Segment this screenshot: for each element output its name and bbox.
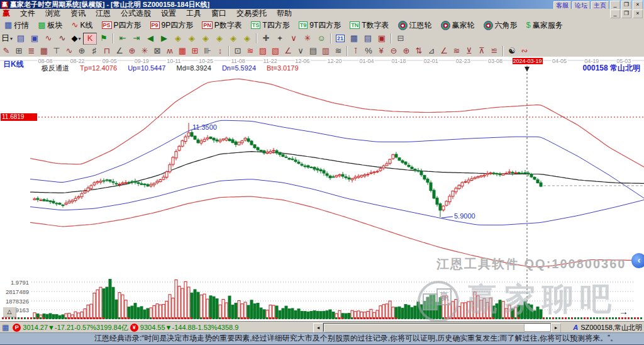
sz-index-icon[interactable]: ¥ (130, 324, 138, 332)
p-number-button[interactable]: PNP数字表 (198, 19, 246, 32)
wedge-tool[interactable]: ⊼ (475, 45, 488, 56)
forum-link[interactable]: 论坛 (572, 1, 590, 9)
trend-small-icon[interactable]: ∿ (42, 33, 55, 45)
gann-wheel-button[interactable]: 江恩轮 (394, 19, 436, 32)
waves-tool[interactable]: ≋ (450, 45, 463, 56)
menu-item-工具[interactable]: 工具 (181, 9, 206, 18)
red-box-tool[interactable]: ⊞ (189, 45, 201, 56)
winner-service-button[interactable]: $赢家服务 (523, 19, 567, 32)
expand-right-arrow[interactable]: → (619, 306, 628, 317)
infinity-tool[interactable]: ∾ (518, 45, 531, 56)
circle-minus-tool[interactable]: ⊖ (387, 45, 400, 56)
n2-tool[interactable]: ⊓ (101, 45, 113, 56)
volume-pane-toggle[interactable]: △ (3, 307, 16, 317)
quote-button[interactable]: ▦行情 (1, 19, 33, 32)
crosshair-tool[interactable]: + (273, 33, 287, 45)
plain-grid-tool[interactable]: ▤ (307, 45, 319, 56)
collapse-panel-button[interactable]: ‹ (631, 253, 644, 268)
menu-item-资讯[interactable]: 资讯 (65, 9, 91, 18)
child-restore-button[interactable]: ❐ (621, 9, 631, 18)
market-grid-icon[interactable]: ▦ (2, 323, 9, 332)
last-bar-button[interactable]: ⇥ (130, 33, 143, 45)
service-link[interactable]: 客服 (553, 1, 571, 9)
t9-square-button[interactable]: T99T四方形 (295, 19, 345, 32)
next-bar-button[interactable]: ▶ (157, 33, 171, 45)
box-line-tool[interactable]: ⊡ (231, 45, 244, 56)
menu-item-帮助[interactable]: 帮助 (272, 9, 297, 18)
zoom-in-h-button[interactable]: ◈ (199, 33, 213, 45)
calculator-icon[interactable]: ▦ (347, 33, 361, 45)
info-view-icon[interactable]: ▣ (28, 33, 42, 45)
arc-tool[interactable]: ⊕ (75, 45, 88, 56)
knot-tool[interactable]: ✳ (301, 33, 314, 45)
gann-square-tool[interactable]: ▦ (38, 45, 50, 56)
gann-grid-tool[interactable]: ⊞ (13, 45, 25, 56)
board-view-icon[interactable]: ▤ (14, 33, 28, 45)
swap-tool[interactable]: ⇅ (413, 45, 425, 56)
first-bar-button[interactable]: ⇤ (116, 33, 130, 45)
kline-toggle[interactable]: K (83, 33, 97, 45)
scroll-right-arrow[interactable]: ▸ (551, 323, 561, 333)
flag-mark-icon[interactable]: ⚑ (97, 33, 111, 45)
zoom-out-h-button[interactable]: ◈ (213, 33, 226, 45)
restore-button[interactable]: ❐ (621, 1, 631, 9)
t-square-button[interactable]: TST四方形 (247, 19, 294, 32)
child-minimize-button[interactable]: _ (610, 9, 620, 18)
candle-type-selector[interactable]: ◆▾ (69, 33, 83, 45)
zoom-in-v-button[interactable]: ◈ (226, 33, 240, 45)
fan2-tool[interactable]: ≋ (332, 45, 345, 56)
level-tool[interactable]: ⊺ (350, 45, 362, 56)
triangle-tool[interactable]: ⊿ (425, 45, 438, 56)
angle2-tool[interactable]: ∠ (438, 45, 450, 56)
home-link[interactable]: 主页 (591, 1, 609, 9)
dense-grid2-tool[interactable]: ▥ (319, 45, 332, 56)
updown-tool[interactable]: ↕ (214, 45, 226, 56)
percent-tool[interactable]: % (362, 45, 375, 56)
zoom-out-v-button[interactable]: ◈ (240, 33, 254, 45)
sector-button[interactable]: ▩板块 (34, 19, 66, 32)
yinyang-tool[interactable]: ☯ (506, 45, 518, 56)
zoom-right-button[interactable]: ◈ (185, 33, 199, 45)
period-selector[interactable]: 日▾ (0, 33, 14, 45)
horizontal-scrollbar[interactable]: ◂ ▸ (313, 323, 561, 332)
smiley-tool[interactable]: ☺ (314, 33, 328, 45)
kline-button[interactable]: ∿K线 (68, 19, 97, 32)
trend-large-icon[interactable]: ∿ (55, 33, 69, 45)
check-wave-tool[interactable]: ∨ (294, 45, 307, 56)
save-disk-icon[interactable]: ▣ (375, 33, 389, 45)
p9-square-button[interactable]: P99P四方形 (147, 19, 197, 32)
menu-item-设置[interactable]: 设置 (156, 9, 181, 18)
grid-x-tool[interactable]: ⊠ (151, 45, 164, 56)
close-button[interactable]: × (633, 1, 643, 9)
menu-item-江恩[interactable]: 江恩 (91, 9, 116, 18)
scrollbar-thumb[interactable] (324, 324, 525, 332)
t-number-button[interactable]: TNT数字表 (346, 19, 392, 32)
p-square-button[interactable]: PSP四方形 (98, 19, 145, 32)
flag-grid-tool[interactable]: ⊤ (50, 45, 63, 56)
fan-lines-tool[interactable]: ≋ (244, 45, 257, 56)
scrollbar-track[interactable] (323, 323, 551, 332)
menu-item-浏览[interactable]: 浏览 (40, 9, 65, 18)
scroll-left-arrow[interactable]: ◂ (313, 323, 323, 333)
zoom-left-button[interactable]: ◈ (171, 33, 185, 45)
vee-tool[interactable]: ⊻ (463, 45, 475, 56)
notebook-icon[interactable]: ▤ (361, 33, 375, 45)
circle-target-tool[interactable]: ⊕ (126, 45, 138, 56)
menu-item-公式选股[interactable]: 公式选股 (116, 9, 156, 18)
angle-tool[interactable]: ∠ (113, 45, 126, 56)
red-fill-box2-tool[interactable]: ▧ (269, 45, 282, 56)
spiral-tool[interactable]: ∿ (63, 45, 75, 56)
gann-box-tool[interactable]: ≣ (25, 45, 38, 56)
circle-plus-tool[interactable]: ⊕ (400, 45, 413, 56)
angle-pen-tool[interactable]: ∠ (282, 45, 294, 56)
dense-grid-tool[interactable]: ⊪ (201, 45, 214, 56)
minimize-button[interactable]: _ (610, 1, 620, 9)
prev-bar-button[interactable]: ◀ (143, 33, 157, 45)
asterisk-tool[interactable]: ✳ (138, 45, 151, 56)
peak-valley-tool[interactable]: ∨ (287, 33, 301, 45)
data-download-icon[interactable]: ⊟ (394, 33, 408, 45)
wave-tool[interactable]: ʍ (164, 45, 176, 56)
approx-tool[interactable]: ≌ (488, 45, 501, 56)
red-grid-tool[interactable]: ▦ (176, 45, 189, 56)
draw-pen-tool[interactable]: ✎ (0, 45, 13, 56)
